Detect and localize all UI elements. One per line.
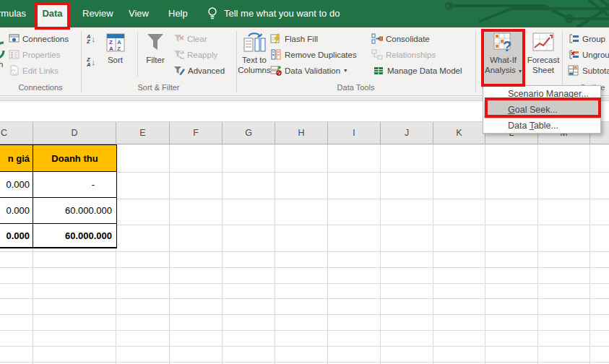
- gridline-v: [169, 144, 170, 364]
- group-separator: [562, 30, 563, 92]
- relationships-button: Relationships: [371, 48, 436, 61]
- reapply-label: Reapply: [187, 51, 217, 59]
- group-button[interactable]: Group: [568, 32, 605, 45]
- cell-doanh-thu-total[interactable]: 60.000.000: [33, 224, 117, 248]
- manage-data-model-label: Manage Data Model: [387, 66, 462, 75]
- subtotal-label: Subtotal: [582, 66, 609, 75]
- gridline-h: [0, 362, 609, 363]
- column-header-g[interactable]: G: [223, 122, 275, 144]
- text-to-columns-label-1: Text to: [242, 56, 267, 66]
- advanced-filter-button[interactable]: Advanced: [173, 64, 225, 77]
- manage-data-model-icon: [373, 65, 384, 76]
- subtotal-button[interactable]: Subtotal: [568, 64, 609, 77]
- svg-text:Z: Z: [109, 39, 113, 46]
- flash-fill-button[interactable]: Flash Fill: [270, 32, 318, 45]
- connections-icon: [9, 33, 20, 44]
- cell-don-gia-total[interactable]: 0.000: [0, 224, 33, 248]
- gridline-v: [275, 144, 275, 364]
- text-to-columns-label-2: Columns: [238, 66, 270, 76]
- group-separator: [475, 30, 476, 92]
- advanced-filter-icon: [173, 65, 185, 76]
- cell-doanh-thu-header[interactable]: Doanh thu: [33, 145, 117, 172]
- edit-links-button: Edit Links: [9, 64, 59, 77]
- properties-label: Properties: [22, 51, 60, 59]
- gridline-h: [0, 251, 609, 252]
- tab-review[interactable]: Review: [82, 0, 113, 27]
- reapply-icon: [173, 49, 184, 60]
- consolidate-icon: [371, 33, 383, 44]
- column-header-c[interactable]: C: [0, 122, 33, 144]
- table-row: 0.000 -: [0, 172, 117, 198]
- table-header-row: n giá Doanh thu: [0, 145, 117, 172]
- ungroup-label: Ungroup: [582, 51, 609, 59]
- data-validation-icon: [270, 65, 282, 76]
- menu-item-data-table[interactable]: Data Table...: [484, 119, 600, 132]
- forecast-sheet-button[interactable]: Forecast Sheet: [526, 30, 561, 93]
- tab-view[interactable]: View: [129, 0, 149, 27]
- cell-don-gia-1[interactable]: 0.000: [0, 172, 33, 198]
- column-header-d[interactable]: D: [33, 122, 116, 144]
- sort-filter-group-label: Sort & Filter: [81, 83, 236, 94]
- annotation-box-what-if: [481, 29, 525, 87]
- cell-don-gia-2[interactable]: 0.000: [0, 198, 33, 224]
- consolidate-button[interactable]: Consolidate: [371, 32, 430, 45]
- data-tools-group-label: Data Tools: [236, 83, 475, 94]
- tab-help[interactable]: Help: [168, 0, 188, 27]
- data-table: n giá Doanh thu 0.000 - 0.000 60.000.000…: [0, 144, 117, 248]
- flash-fill-label: Flash Fill: [285, 35, 318, 43]
- connections-button[interactable]: Connections: [9, 32, 69, 45]
- data-validation-dropdown-arrow[interactable]: ▾: [344, 67, 347, 74]
- remove-duplicates-icon: [270, 49, 282, 60]
- svg-text:A: A: [117, 39, 121, 46]
- column-header-j[interactable]: J: [381, 122, 433, 144]
- table-total-row: 0.000 60.000.000: [0, 224, 117, 248]
- gridline-v: [589, 144, 590, 364]
- flash-fill-icon: [270, 33, 282, 44]
- gridline-v: [485, 144, 485, 364]
- consolidate-label: Consolidate: [386, 35, 430, 43]
- gridline-v: [327, 144, 328, 364]
- svg-text:A: A: [109, 46, 113, 52]
- properties-button: Properties: [9, 48, 60, 61]
- tell-me-box[interactable]: Tell me what you want to do: [224, 0, 340, 27]
- gridline-v: [433, 144, 433, 364]
- relationships-icon: [371, 49, 383, 60]
- cell-doanh-thu-2[interactable]: 60.000.000: [33, 198, 117, 224]
- data-validation-button[interactable]: Data Validation ▾: [270, 64, 347, 77]
- subtotal-icon: [568, 65, 579, 76]
- remove-duplicates-button[interactable]: Remove Duplicates: [270, 48, 357, 61]
- worksheet-grid[interactable]: n giá Doanh thu 0.000 - 0.000 60.000.000…: [0, 144, 609, 364]
- connections-label: Connections: [22, 35, 69, 43]
- column-header-h[interactable]: H: [275, 122, 328, 144]
- clear-filter-icon: [173, 33, 184, 44]
- ungroup-icon: [568, 49, 579, 60]
- properties-icon: [9, 49, 20, 60]
- connections-group-label: Connections: [0, 83, 81, 94]
- column-header-e[interactable]: E: [116, 122, 170, 144]
- annotation-box-data-tab: [35, 2, 70, 30]
- column-header-f[interactable]: F: [170, 122, 223, 144]
- circuit-decoration-icon: [436, 0, 609, 27]
- sort-descending-icon[interactable]: ZA↓: [87, 57, 99, 67]
- ungroup-button[interactable]: Ungroup: [568, 48, 609, 61]
- relationships-label: Relationships: [386, 51, 436, 59]
- gridline-v: [380, 144, 381, 364]
- manage-data-model-button[interactable]: Manage Data Model: [373, 64, 462, 77]
- sort-label: Sort: [108, 56, 123, 66]
- clear-filter-button: Clear: [173, 32, 207, 45]
- ribbon-tab-bar: rmulas Data Review View Help Tell me wha…: [0, 0, 609, 27]
- text-to-columns-icon: [243, 32, 266, 53]
- group-label: Group: [582, 35, 605, 43]
- sort-ascending-icon[interactable]: AZ↓: [87, 34, 99, 44]
- refresh-all-label-partial[interactable]: h: [0, 58, 3, 70]
- reapply-button: Reapply: [173, 48, 217, 61]
- column-header-i[interactable]: I: [328, 122, 381, 144]
- gridline-h: [0, 267, 609, 268]
- tab-formulas-partial[interactable]: rmulas: [0, 0, 26, 27]
- advanced-label: Advanced: [188, 66, 225, 75]
- lightbulb-icon: [207, 6, 218, 21]
- svg-text:Z: Z: [117, 46, 121, 52]
- column-header-k[interactable]: K: [433, 122, 485, 144]
- cell-don-gia-header[interactable]: n giá: [0, 145, 33, 172]
- cell-doanh-thu-1[interactable]: -: [33, 172, 117, 198]
